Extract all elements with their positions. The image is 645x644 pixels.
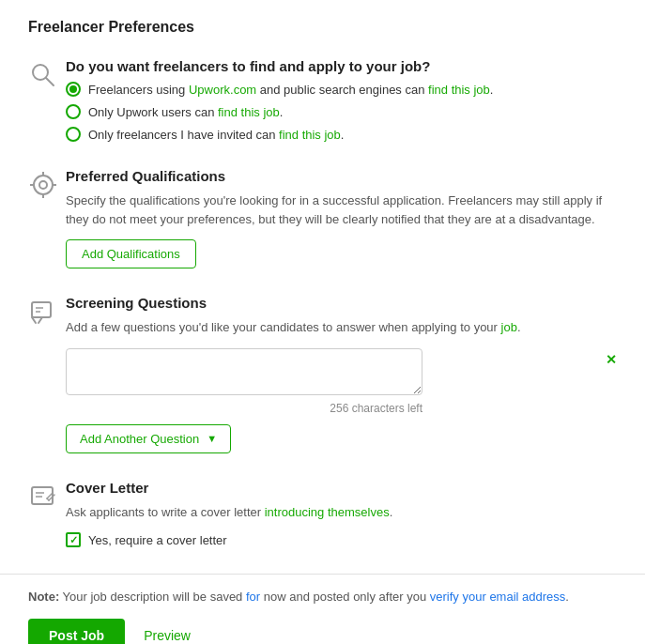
svg-point-3 (39, 181, 47, 189)
cover-letter-description: Ask applicants to write a cover letter i… (66, 503, 617, 522)
cover-letter-checkbox-label[interactable]: Yes, require a cover letter (66, 532, 617, 547)
visibility-radio-group: Freelancers using Upwork.com and public … (66, 82, 617, 142)
screening-icon (28, 297, 66, 327)
find-job-link-1[interactable]: find this job (428, 83, 490, 97)
qualifications-description: Specify the qualifications you're lookin… (66, 192, 617, 228)
visibility-section: Do you want freelancers to find and appl… (28, 58, 617, 142)
footer-divider (0, 574, 645, 575)
cover-letter-icon (28, 482, 66, 512)
upwork-link[interactable]: Upwork.com (189, 83, 256, 97)
add-qualifications-button[interactable]: Add Qualifications (66, 239, 196, 268)
screening-header: Screening Questions (66, 295, 617, 311)
qualifications-section: Preferred Qualifications Specify the qua… (28, 168, 617, 268)
page-title: Freelancer Preferences (28, 19, 617, 36)
visibility-option-2-label: Only Upwork users can find this job. (88, 105, 283, 119)
radio-circle-2 (66, 104, 81, 119)
radio-circle-3 (66, 127, 81, 142)
qualifications-header: Preferred Qualifications (66, 168, 617, 184)
find-job-link-2[interactable]: find this job (218, 105, 280, 119)
bottom-actions: Post Job Preview (0, 619, 645, 644)
cover-letter-header: Cover Letter (66, 480, 617, 496)
qualifications-icon (28, 170, 66, 200)
add-another-question-label: Add Another Question (80, 432, 199, 446)
footer-note-text: Note: Your job description will be saved… (28, 590, 569, 604)
introducing-link[interactable]: introducing themselves (265, 505, 390, 519)
screening-textarea-wrapper: ✕ (66, 348, 617, 398)
qualifications-content: Preferred Qualifications Specify the qua… (66, 168, 617, 268)
screening-job-link[interactable]: job (501, 320, 517, 334)
add-another-question-button[interactable]: Add Another Question ▼ (66, 424, 231, 453)
cover-letter-content: Cover Letter Ask applicants to write a c… (66, 480, 617, 548)
visibility-option-2[interactable]: Only Upwork users can find this job. (66, 104, 617, 119)
cover-letter-section: Cover Letter Ask applicants to write a c… (28, 480, 617, 548)
svg-rect-8 (32, 302, 51, 317)
verify-email-link[interactable]: verify your email address (430, 590, 566, 604)
cover-letter-checkbox[interactable] (66, 532, 81, 547)
screening-content: Screening Questions Add a few questions … (66, 295, 617, 453)
search-icon (28, 60, 66, 90)
screening-description: Add a few questions you'd like your cand… (66, 318, 617, 337)
char-count: 256 characters left (66, 402, 422, 415)
find-job-link-3[interactable]: find this job (279, 128, 341, 142)
post-job-button[interactable]: Post Job (28, 619, 125, 644)
svg-line-1 (46, 78, 54, 85)
radio-circle-1 (66, 82, 81, 97)
preview-button[interactable]: Preview (144, 628, 191, 643)
svg-point-2 (34, 176, 53, 194)
footer-note: Note: Your job description will be saved… (0, 590, 645, 604)
visibility-option-3-label: Only freelancers I have invited can find… (88, 128, 344, 142)
visibility-option-3[interactable]: Only freelancers I have invited can find… (66, 127, 617, 142)
footer-for-link[interactable]: for (246, 590, 260, 604)
close-icon[interactable]: ✕ (606, 352, 617, 367)
chevron-down-icon: ▼ (207, 433, 217, 444)
screening-textarea[interactable] (66, 348, 422, 395)
cover-letter-checkbox-text: Yes, require a cover letter (88, 533, 227, 547)
screening-section: Screening Questions Add a few questions … (28, 295, 617, 453)
visibility-question: Do you want freelancers to find and appl… (66, 58, 617, 74)
visibility-option-1[interactable]: Freelancers using Upwork.com and public … (66, 82, 617, 97)
visibility-content: Do you want freelancers to find and appl… (66, 58, 617, 142)
visibility-option-1-label: Freelancers using Upwork.com and public … (88, 83, 493, 97)
